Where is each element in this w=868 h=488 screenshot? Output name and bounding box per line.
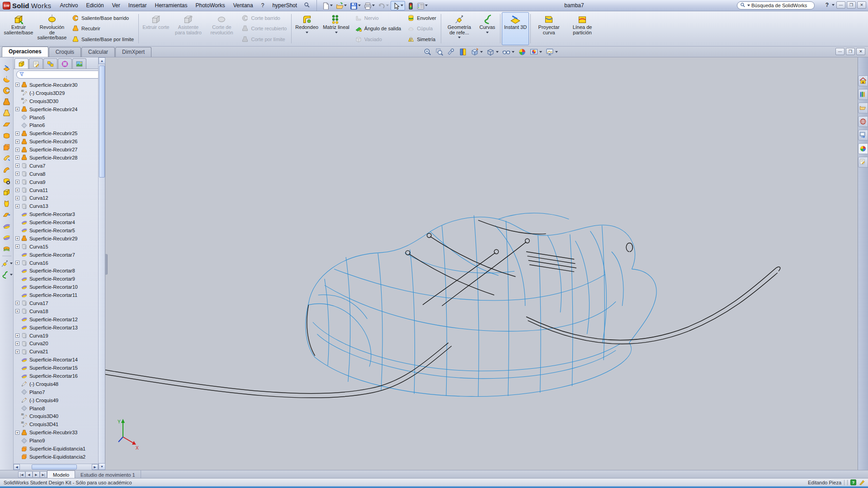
manager-tab-configurationmanager[interactable] bbox=[43, 58, 57, 69]
tree-item-curva18[interactable]: +Curva18 bbox=[15, 307, 105, 315]
tree-item-superficie-recortar10[interactable]: Superficie-Recortar10 bbox=[15, 283, 105, 291]
expand-toggle[interactable]: + bbox=[15, 350, 19, 354]
panel-splitter[interactable] bbox=[105, 254, 108, 275]
expand-toggle[interactable]: + bbox=[15, 172, 19, 176]
tree-item-curva9[interactable]: +Curva9 bbox=[15, 178, 105, 186]
manager-tab-displaymanager[interactable] bbox=[72, 58, 86, 69]
expand-toggle[interactable]: + bbox=[15, 244, 19, 249]
tree-filter-input[interactable] bbox=[26, 72, 99, 77]
expand-toggle[interactable]: + bbox=[15, 180, 19, 184]
menu-item-archivo[interactable]: Archivo bbox=[56, 0, 82, 11]
bottom-tab-modelo[interactable]: Modelo bbox=[47, 470, 75, 478]
menu-item-ver[interactable]: Ver bbox=[108, 0, 124, 11]
curves-button[interactable] bbox=[1, 270, 13, 280]
tree-item-superficie-equidistancia1[interactable]: Superficie-Equidistancia1 bbox=[15, 445, 105, 453]
tree-item-superficie-recubrir28[interactable]: +Superficie-Recubrir28 bbox=[15, 154, 105, 162]
v-scroll-thumb[interactable] bbox=[99, 66, 105, 178]
surface-offset-button[interactable] bbox=[1, 142, 13, 152]
solidworks-content-button[interactable] bbox=[858, 116, 868, 127]
tree-item-superficie-recortar3[interactable]: Superficie-Recortar3 bbox=[15, 210, 105, 218]
design-library-button[interactable] bbox=[858, 89, 868, 100]
manager-tab-propertymanager[interactable] bbox=[29, 58, 43, 69]
surface-fillet-button[interactable] bbox=[1, 164, 13, 174]
curvas-caret[interactable] bbox=[486, 32, 489, 35]
tree-item-curva8[interactable]: +Curva8 bbox=[15, 170, 105, 178]
new-document-caret[interactable] bbox=[330, 5, 333, 8]
tree-item-superficie-recortar4[interactable]: Superficie-Recortar4 bbox=[15, 218, 105, 226]
tree-item-superficie-recubrir27[interactable]: +Superficie-Recubrir27 bbox=[15, 145, 105, 154]
ribbon-button-saliente-base-por-li-mite[interactable]: Saliente/Base por límite bbox=[71, 34, 135, 44]
surface-boundary-button[interactable] bbox=[1, 108, 13, 118]
tree-item-croquis3d40[interactable]: 3DCroquis3D40 bbox=[15, 413, 105, 421]
view-orientation-button[interactable] bbox=[470, 47, 484, 56]
zoom-selection-button[interactable] bbox=[446, 47, 456, 56]
menu-item-[interactable]: ? bbox=[257, 0, 269, 11]
quick-tips-icon[interactable]: ? bbox=[850, 479, 856, 485]
tree-vertical-scrollbar[interactable]: ▲ ▼ bbox=[98, 57, 105, 470]
tree-item-superficie-recortar7[interactable]: Superficie-Recortar7 bbox=[15, 251, 105, 259]
expand-toggle[interactable]: + bbox=[15, 204, 19, 208]
tree-item-superficie-recortar16[interactable]: Superficie-Recortar16 bbox=[15, 372, 105, 380]
graphics-viewport[interactable]: Y X bbox=[105, 57, 858, 470]
ribbon-button-cu-pula[interactable]: Cúpula bbox=[406, 23, 438, 33]
first-tab-button[interactable]: |◀ bbox=[18, 471, 25, 478]
undo-button[interactable] bbox=[377, 1, 390, 10]
doc-restore-button[interactable]: ❐ bbox=[846, 48, 855, 55]
expand-toggle[interactable]: + bbox=[15, 188, 19, 192]
expand-toggle[interactable]: + bbox=[15, 431, 19, 435]
ribbon-button-corte-de-revolucio-n[interactable]: Corte de revolución bbox=[205, 12, 238, 45]
menu-item-edicio-n[interactable]: Edición bbox=[82, 0, 108, 11]
rebuild-traffic-light-button[interactable] bbox=[406, 1, 415, 10]
matriz-lineal-caret[interactable] bbox=[335, 32, 338, 35]
hide-show-items-button[interactable] bbox=[501, 47, 515, 56]
tree-item-curva11[interactable]: +Curva11 bbox=[15, 186, 105, 194]
ribbon-button-proyectar-curva[interactable]: Proyectar curva bbox=[532, 12, 566, 45]
reference-geometry-button[interactable]: * bbox=[1, 258, 13, 268]
minimize-button[interactable]: — bbox=[836, 1, 845, 9]
tree-item-curva19[interactable]: +Curva19 bbox=[15, 332, 105, 340]
ribbon-button-extruir-corte[interactable]: Extruir corte bbox=[140, 12, 171, 45]
edit-appearance-button[interactable] bbox=[517, 47, 527, 56]
ribbon-button-a-ngulo-de-salida[interactable]: Ángulo de salida bbox=[354, 23, 402, 33]
ribbon-button-envolver[interactable]: Envolver bbox=[406, 13, 438, 23]
view-palette-button[interactable] bbox=[858, 130, 868, 141]
ribbon-button-nervio[interactable]: Nervio bbox=[354, 13, 402, 23]
surface-revolve-button[interactable] bbox=[1, 74, 13, 84]
tree-item-curva16[interactable]: +Curva16 bbox=[15, 259, 105, 267]
surface-fill-button[interactable] bbox=[1, 131, 13, 141]
ribbon-button-corte-por-li-mite[interactable]: Corte por límite bbox=[240, 34, 288, 44]
search-box[interactable] bbox=[737, 1, 815, 9]
hypershot-search-icon[interactable] bbox=[304, 2, 310, 9]
surface-replace-face-button[interactable] bbox=[1, 187, 13, 197]
ribbon-button-instant-3d[interactable]: Instant 3D bbox=[502, 12, 529, 45]
print-document-button[interactable] bbox=[363, 1, 376, 10]
tree-item-superficie-recubrir33[interactable]: +Superficie-Recubrir33 bbox=[15, 428, 105, 436]
expand-toggle[interactable]: + bbox=[15, 83, 19, 87]
tree-item-croquis3d29[interactable]: 3D(-) Croquis3D29 bbox=[15, 89, 105, 97]
zoom-fit-button[interactable] bbox=[423, 47, 433, 56]
scroll-right-button[interactable]: ▶ bbox=[92, 464, 98, 470]
restore-button[interactable]: ❐ bbox=[847, 1, 856, 9]
menu-item-insertar[interactable]: Insertar bbox=[124, 0, 151, 11]
surface-thicken-button[interactable] bbox=[1, 244, 13, 253]
open-document-button[interactable] bbox=[335, 1, 348, 10]
expand-toggle[interactable]: + bbox=[15, 196, 19, 200]
surface-loft-button[interactable] bbox=[1, 97, 13, 107]
expand-toggle[interactable]: + bbox=[15, 140, 19, 144]
open-document-caret[interactable] bbox=[344, 5, 347, 8]
bottom-tab-estudio-de-movimiento-1[interactable]: Estudio de movimiento 1 bbox=[75, 470, 141, 478]
view-settings-caret[interactable] bbox=[555, 51, 558, 54]
ribbon-button-corte-recubierto[interactable]: Corte recubierto bbox=[240, 23, 288, 33]
surface-extrude-button[interactable] bbox=[1, 63, 13, 73]
tree-filter-box[interactable] bbox=[16, 70, 102, 79]
menu-item-hypershot[interactable]: hyperShot bbox=[268, 0, 301, 11]
tree-item-superficie-recortar12[interactable]: Superficie-Recortar12 bbox=[15, 315, 105, 324]
tree-horizontal-scrollbar[interactable]: ◀ ▶ bbox=[14, 464, 105, 470]
next-tab-button[interactable]: ▶ bbox=[33, 471, 40, 478]
display-style-caret[interactable] bbox=[496, 51, 499, 54]
tab-calcular[interactable]: Calcular bbox=[81, 47, 115, 57]
tree-item-superficie-recubrir25[interactable]: +Superficie-Recubrir25 bbox=[15, 129, 105, 137]
tree-item-superficie-recubrir30[interactable]: +Superficie-Recubrir30 bbox=[15, 81, 105, 89]
search-scope-caret[interactable] bbox=[747, 5, 750, 8]
ribbon-button-geometri-a-de-refe[interactable]: *Geometría de refe... bbox=[443, 12, 476, 45]
